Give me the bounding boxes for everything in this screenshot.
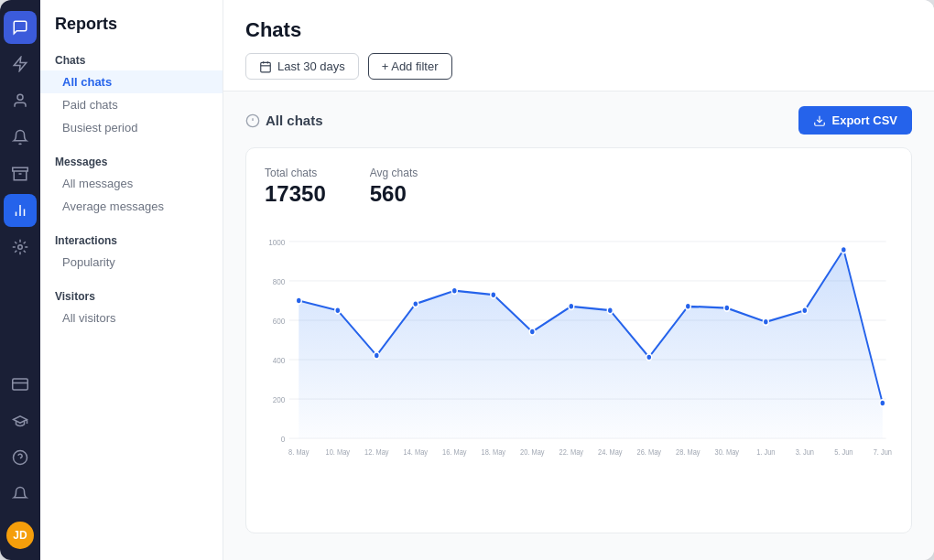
sidebar-section-messages-title: Messages bbox=[40, 150, 223, 172]
alerts-nav-icon[interactable] bbox=[4, 478, 37, 511]
svg-text:20. May: 20. May bbox=[520, 447, 545, 457]
svg-point-45 bbox=[763, 318, 768, 325]
user-avatar[interactable]: JD bbox=[6, 522, 34, 549]
svg-text:18. May: 18. May bbox=[482, 447, 506, 457]
svg-marker-0 bbox=[14, 58, 27, 71]
svg-rect-12 bbox=[261, 62, 271, 72]
main-content-area: Chats Last 30 days + Add filter All chat… bbox=[223, 0, 934, 560]
sidebar-item-paid-chats[interactable]: Paid chats bbox=[40, 93, 223, 116]
svg-text:22. May: 22. May bbox=[559, 447, 584, 457]
sidebar-item-avg-messages[interactable]: Average messages bbox=[40, 195, 223, 218]
svg-text:14. May: 14. May bbox=[404, 447, 429, 457]
inbox-nav-icon[interactable] bbox=[4, 157, 37, 190]
svg-text:30. May: 30. May bbox=[715, 447, 740, 457]
stats-row: Total chats 17350 Avg chats 560 bbox=[265, 167, 893, 207]
svg-text:1. Jun: 1. Jun bbox=[756, 447, 776, 457]
svg-point-44 bbox=[724, 305, 730, 311]
download-icon bbox=[813, 114, 826, 127]
svg-point-1 bbox=[17, 94, 23, 100]
help-nav-icon[interactable] bbox=[4, 441, 37, 474]
svg-point-7 bbox=[18, 245, 23, 250]
date-filter-label: Last 30 days bbox=[277, 59, 345, 73]
svg-text:8. May: 8. May bbox=[288, 447, 310, 457]
svg-text:3. Jun: 3. Jun bbox=[796, 447, 815, 457]
calendar-icon bbox=[259, 60, 272, 73]
chat-nav-icon[interactable] bbox=[4, 11, 37, 44]
svg-point-41 bbox=[607, 307, 613, 314]
sidebar-section-visitors: Visitors All visitors bbox=[40, 285, 223, 329]
svg-text:10. May: 10. May bbox=[326, 447, 351, 457]
reports-nav-icon[interactable] bbox=[4, 194, 37, 227]
app-window: JD Reports Chats All chats Paid chats Bu… bbox=[0, 0, 934, 560]
icon-rail: JD bbox=[0, 0, 40, 560]
svg-text:7. Jun: 7. Jun bbox=[874, 447, 893, 457]
activity-nav-icon[interactable] bbox=[4, 48, 37, 81]
svg-text:0: 0 bbox=[281, 434, 286, 444]
sidebar-section-interactions-title: Interactions bbox=[40, 229, 223, 251]
bell-nav-icon[interactable] bbox=[4, 121, 37, 154]
add-filter-button[interactable]: + Add filter bbox=[368, 53, 452, 80]
svg-point-42 bbox=[646, 354, 652, 361]
stat-avg-chats: Avg chats 560 bbox=[370, 167, 418, 207]
svg-point-34 bbox=[335, 307, 341, 314]
svg-point-39 bbox=[529, 328, 535, 335]
sidebar-item-all-chats[interactable]: All chats bbox=[40, 70, 223, 93]
sidebar-section-messages: Messages All messages Average messages bbox=[40, 150, 223, 218]
svg-point-43 bbox=[685, 303, 690, 309]
svg-rect-2 bbox=[13, 167, 28, 171]
svg-text:200: 200 bbox=[273, 394, 286, 404]
total-chats-value: 17350 bbox=[265, 181, 326, 207]
sidebar-item-all-messages[interactable]: All messages bbox=[40, 172, 223, 195]
sidebar: Reports Chats All chats Paid chats Busie… bbox=[40, 0, 223, 560]
svg-text:16. May: 16. May bbox=[442, 447, 467, 457]
svg-text:24. May: 24. May bbox=[598, 447, 623, 457]
svg-text:600: 600 bbox=[273, 316, 286, 326]
sidebar-item-all-visitors[interactable]: All visitors bbox=[40, 307, 223, 329]
svg-text:28. May: 28. May bbox=[676, 447, 700, 457]
stat-total-chats: Total chats 17350 bbox=[265, 167, 326, 207]
info-icon bbox=[245, 113, 260, 128]
sidebar-section-visitors-title: Visitors bbox=[40, 285, 223, 307]
billing-nav-icon[interactable] bbox=[4, 368, 37, 401]
academy-nav-icon[interactable] bbox=[4, 404, 37, 437]
total-chats-label: Total chats bbox=[265, 167, 326, 179]
filters-row: Last 30 days + Add filter bbox=[245, 53, 912, 80]
svg-text:12. May: 12. May bbox=[364, 447, 389, 457]
export-label: Export CSV bbox=[831, 113, 897, 127]
svg-text:26. May: 26. May bbox=[637, 447, 662, 457]
svg-text:1000: 1000 bbox=[268, 237, 285, 247]
section-label: All chats bbox=[266, 113, 323, 128]
svg-point-46 bbox=[802, 307, 808, 314]
line-chart: 1000 800 600 400 200 0 bbox=[265, 225, 893, 463]
avg-chats-label: Avg chats bbox=[370, 167, 418, 179]
sidebar-item-busiest-period[interactable]: Busiest period bbox=[40, 116, 223, 139]
svg-point-48 bbox=[880, 400, 885, 406]
svg-text:800: 800 bbox=[273, 276, 286, 286]
contacts-nav-icon[interactable] bbox=[4, 84, 37, 117]
automation-nav-icon[interactable] bbox=[4, 231, 37, 264]
svg-point-33 bbox=[296, 297, 301, 304]
svg-text:5. Jun: 5. Jun bbox=[834, 447, 853, 457]
sidebar-item-popularity[interactable]: Popularity bbox=[40, 251, 223, 274]
section-title-row: All chats bbox=[245, 113, 323, 128]
sidebar-section-interactions: Interactions Popularity bbox=[40, 229, 223, 274]
date-filter-button[interactable]: Last 30 days bbox=[245, 53, 359, 80]
svg-point-37 bbox=[451, 287, 457, 294]
svg-point-35 bbox=[374, 352, 379, 359]
main-header: Chats Last 30 days + Add filter bbox=[223, 0, 934, 92]
svg-point-36 bbox=[413, 300, 418, 307]
sidebar-section-chats-title: Chats bbox=[40, 48, 223, 70]
sidebar-section-chats: Chats All chats Paid chats Busiest perio… bbox=[40, 48, 223, 139]
svg-point-47 bbox=[841, 246, 846, 253]
svg-point-40 bbox=[569, 303, 574, 309]
svg-rect-8 bbox=[13, 379, 28, 390]
chart-container: 1000 800 600 400 200 0 bbox=[265, 225, 893, 518]
export-csv-button[interactable]: Export CSV bbox=[798, 106, 912, 135]
sidebar-title: Reports bbox=[40, 15, 223, 48]
section-header: All chats Export CSV bbox=[245, 106, 912, 135]
avg-chats-value: 560 bbox=[370, 181, 418, 207]
chart-card: Total chats 17350 Avg chats 560 bbox=[245, 147, 912, 533]
svg-text:400: 400 bbox=[273, 355, 286, 365]
svg-point-38 bbox=[491, 292, 496, 298]
page-title: Chats bbox=[245, 18, 912, 42]
